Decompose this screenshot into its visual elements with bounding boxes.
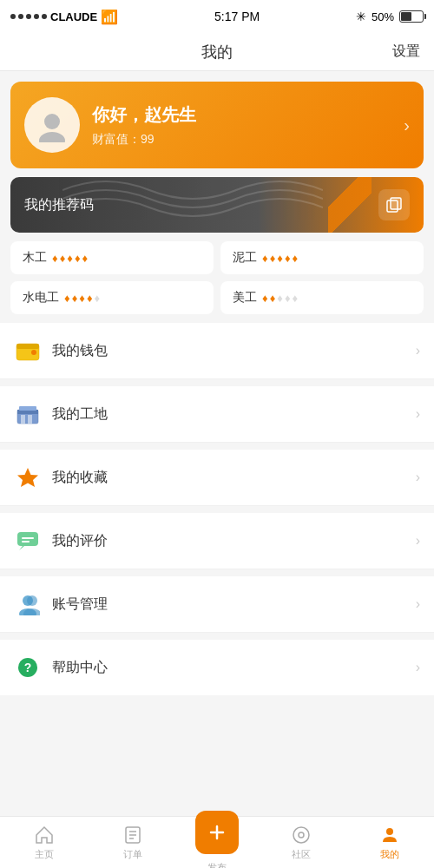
svg-rect-3 bbox=[391, 198, 401, 209]
battery-icon bbox=[399, 10, 424, 23]
account-icon-wrapper bbox=[14, 590, 42, 618]
star-icon: ♦ bbox=[262, 292, 268, 305]
help-icon: ? bbox=[16, 656, 40, 679]
skill-item-carpentry: 木工 ♦ ♦ ♦ ♦ ♦ bbox=[10, 241, 214, 274]
tab-home-label: 主页 bbox=[35, 848, 54, 861]
tab-publish-button[interactable] bbox=[195, 811, 239, 854]
signal-dots bbox=[10, 14, 47, 19]
wifi-icon: 📶 bbox=[101, 9, 118, 25]
chevron-right-icon: › bbox=[416, 406, 420, 422]
svg-point-6 bbox=[31, 350, 36, 355]
svg-rect-15 bbox=[22, 537, 34, 539]
star-icon: ♦ bbox=[82, 252, 89, 265]
referral-banner[interactable]: 我的推荐码 bbox=[10, 177, 424, 233]
star-icon: ♦ bbox=[79, 292, 85, 305]
avatar-icon bbox=[35, 108, 69, 142]
menu-list: 我的钱包 › 我的工地 › 我的收藏 › bbox=[0, 323, 434, 695]
star-icon: ♦ bbox=[72, 292, 78, 305]
wallet-icon-wrapper bbox=[14, 337, 42, 365]
star-empty-icon: ♦ bbox=[95, 292, 101, 305]
star-icon: ♦ bbox=[87, 292, 93, 305]
tab-home[interactable]: 主页 bbox=[18, 825, 70, 861]
star-icon: ♦ bbox=[285, 252, 291, 265]
svg-rect-9 bbox=[21, 415, 25, 424]
chevron-right-icon: › bbox=[416, 596, 420, 612]
chevron-right-icon: › bbox=[416, 660, 420, 675]
menu-item-favorites[interactable]: 我的收藏 › bbox=[0, 450, 434, 506]
profile-info: 你好，赵先生 财富值：99 bbox=[92, 103, 196, 148]
battery-percent: 50% bbox=[372, 10, 394, 23]
svg-marker-14 bbox=[19, 546, 24, 550]
menu-item-wallet[interactable]: 我的钱包 › bbox=[0, 323, 434, 379]
skill-stars-masonry: ♦ ♦ ♦ ♦ ♦ bbox=[262, 252, 298, 265]
menu-label-wallet: 我的钱包 bbox=[52, 342, 416, 360]
comment-icon bbox=[16, 529, 40, 552]
tab-community[interactable]: 社区 bbox=[275, 825, 327, 861]
publish-icon bbox=[205, 820, 229, 845]
star-icon: ♦ bbox=[60, 252, 66, 265]
svg-point-1 bbox=[39, 132, 65, 142]
skill-name-carpentry: 木工 bbox=[23, 250, 47, 266]
svg-text:?: ? bbox=[24, 661, 32, 674]
skills-grid: 木工 ♦ ♦ ♦ ♦ ♦ 泥工 ♦ ♦ ♦ ♦ ♦ 水电工 ♦ ♦ ♦ ♦ ♦ … bbox=[10, 241, 424, 314]
svg-point-0 bbox=[44, 114, 60, 129]
star-icon: ♦ bbox=[64, 292, 70, 305]
menu-item-help[interactable]: ? 帮助中心 › bbox=[0, 640, 434, 695]
svg-point-31 bbox=[386, 828, 393, 835]
skill-item-electrical: 水电工 ♦ ♦ ♦ ♦ ♦ bbox=[10, 281, 214, 314]
construction-icon bbox=[16, 403, 40, 425]
svg-rect-11 bbox=[19, 406, 36, 411]
profile-chevron-icon: › bbox=[404, 115, 410, 135]
tab-mine[interactable]: 我的 bbox=[364, 825, 416, 861]
tab-publish-wrapper: 发布 bbox=[195, 811, 239, 868]
tab-orders-label: 订单 bbox=[123, 848, 142, 861]
skill-name-electrical: 水电工 bbox=[23, 290, 59, 306]
tab-community-label: 社区 bbox=[292, 848, 311, 861]
status-bar: CLAUDE 📶 5:17 PM ✳ 50% bbox=[0, 0, 434, 33]
referral-label: 我的推荐码 bbox=[24, 196, 94, 214]
tab-orders[interactable]: 订单 bbox=[107, 825, 159, 861]
tab-publish-label: 发布 bbox=[207, 861, 227, 868]
star-empty-icon: ♦ bbox=[277, 292, 283, 305]
star-icon: ♦ bbox=[75, 252, 81, 265]
bluetooth-icon: ✳ bbox=[356, 10, 366, 23]
star-icon: ♦ bbox=[262, 252, 268, 265]
menu-item-construction[interactable]: 我的工地 › bbox=[0, 386, 434, 443]
profile-left: 你好，赵先生 财富值：99 bbox=[24, 97, 196, 153]
star-empty-icon: ♦ bbox=[293, 292, 299, 305]
profile-name: 你好，赵先生 bbox=[92, 103, 196, 127]
star-icon: ♦ bbox=[52, 252, 58, 265]
favorites-icon-wrapper bbox=[14, 464, 42, 491]
copy-icon[interactable] bbox=[378, 189, 410, 220]
tab-mine-label: 我的 bbox=[380, 848, 399, 861]
svg-marker-12 bbox=[17, 468, 38, 487]
community-icon bbox=[291, 825, 312, 845]
star-icon: ♦ bbox=[270, 252, 276, 265]
skill-stars-carpentry: ♦ ♦ ♦ ♦ ♦ bbox=[52, 252, 88, 265]
star-empty-icon: ♦ bbox=[285, 292, 291, 305]
page-title: 我的 bbox=[201, 42, 233, 62]
profile-banner[interactable]: 你好，赵先生 财富值：99 › bbox=[10, 82, 424, 168]
skill-name-masonry: 泥工 bbox=[233, 250, 257, 266]
skill-item-design: 美工 ♦ ♦ ♦ ♦ ♦ bbox=[220, 281, 424, 314]
menu-label-reviews: 我的评价 bbox=[52, 532, 416, 550]
wallet-icon bbox=[16, 339, 40, 362]
home-icon bbox=[34, 825, 55, 845]
construction-icon-wrapper bbox=[14, 400, 42, 428]
reviews-icon-wrapper bbox=[14, 527, 42, 555]
settings-button[interactable]: 设置 bbox=[392, 43, 420, 61]
status-time: 5:17 PM bbox=[214, 10, 260, 23]
star-icon: ♦ bbox=[270, 292, 276, 305]
profile-wealth: 财富值：99 bbox=[92, 132, 196, 148]
skill-name-design: 美工 bbox=[233, 290, 257, 306]
menu-item-account[interactable]: 账号管理 › bbox=[0, 576, 434, 633]
svg-rect-10 bbox=[28, 415, 32, 424]
menu-label-favorites: 我的收藏 bbox=[52, 469, 416, 487]
tab-bar: 主页 订单 发布 社区 我的 bbox=[0, 816, 434, 868]
account-icon bbox=[16, 593, 40, 615]
mine-icon bbox=[379, 825, 400, 845]
menu-item-reviews[interactable]: 我的评价 › bbox=[0, 513, 434, 569]
star-icon: ♦ bbox=[67, 252, 73, 265]
star-icon: ♦ bbox=[277, 252, 283, 265]
skill-stars-design: ♦ ♦ ♦ ♦ ♦ bbox=[262, 292, 298, 305]
